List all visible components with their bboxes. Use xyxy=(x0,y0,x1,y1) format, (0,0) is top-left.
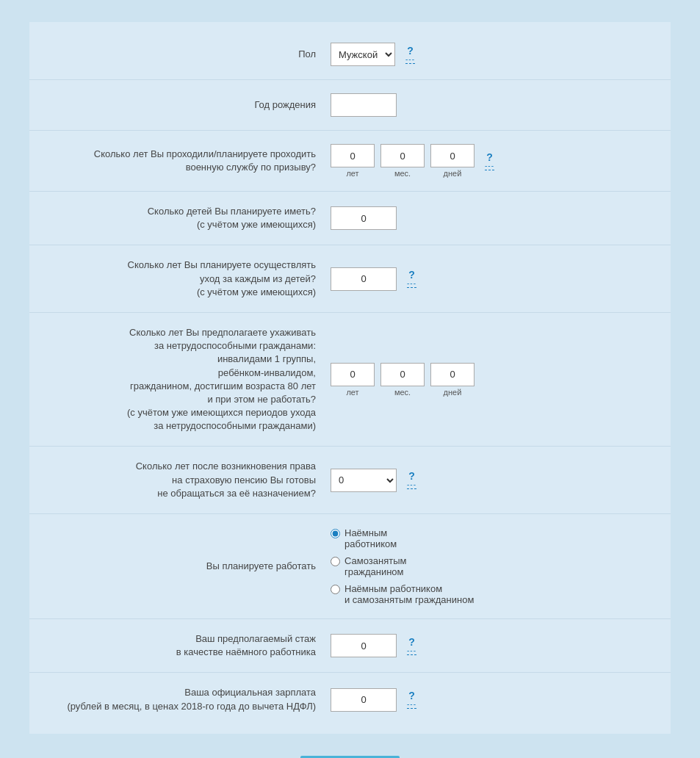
military-months-label: мес. xyxy=(394,169,411,178)
postpone-input-cell: 0 1 2 3 4 5 ? --- xyxy=(331,469,649,492)
stazh-help-dash: --- xyxy=(407,647,416,654)
stazh-input[interactable] xyxy=(331,634,397,657)
postpone-help-link[interactable]: ? --- xyxy=(407,471,416,489)
god-rozhdeniya-input-cell xyxy=(331,93,649,117)
care-input[interactable] xyxy=(331,267,397,291)
pol-help-dash: --- xyxy=(405,56,415,63)
military-days-label: дней xyxy=(444,169,462,178)
disabled-months-input[interactable] xyxy=(380,363,425,386)
disabled-input-cell: лет мес. дней xyxy=(331,363,649,397)
postpone-select[interactable]: 0 1 2 3 4 5 xyxy=(331,469,397,492)
work-type-both-text: Наёмным работникоми самозанятым граждани… xyxy=(344,583,474,605)
children-label: Сколько детей Вы планируете иметь?(с учё… xyxy=(51,205,331,231)
children-input[interactable] xyxy=(331,206,397,230)
military-input-cell: лет мес. дней ? --- xyxy=(331,144,649,178)
disabled-months-group: мес. xyxy=(380,363,425,397)
salary-help-q: ? xyxy=(408,690,415,701)
care-row: Сколько лет Вы планируете осуществлятьух… xyxy=(29,245,671,313)
care-input-cell: ? --- xyxy=(331,267,649,291)
work-type-label: Вы планируете работать xyxy=(51,560,331,573)
pol-select[interactable]: Мужской Женский xyxy=(331,43,395,66)
military-months-group: мес. xyxy=(380,144,425,178)
work-type-hired-text: Наёмнымработником xyxy=(344,527,397,549)
stazh-help-link[interactable]: ? --- xyxy=(407,637,416,655)
work-type-self-label[interactable]: Самозанятымгражданином xyxy=(331,555,474,577)
salary-input[interactable] xyxy=(331,688,397,712)
disabled-days-group: дней xyxy=(430,363,475,397)
pol-help-link[interactable]: ? --- xyxy=(405,46,415,64)
military-days-input[interactable] xyxy=(430,144,475,167)
care-help-q: ? xyxy=(408,270,415,280)
care-label: Сколько лет Вы планируете осуществлятьух… xyxy=(51,259,331,299)
stazh-help-q: ? xyxy=(408,637,415,647)
work-type-self-text: Самозанятымгражданином xyxy=(344,555,406,577)
work-type-hired-label[interactable]: Наёмнымработником xyxy=(331,527,474,549)
disabled-months-label: мес. xyxy=(394,388,411,397)
salary-row: Ваша официальная зарплата(рублей в месяц… xyxy=(29,673,671,726)
postpone-label: Сколько лет после возникновения правана … xyxy=(51,460,331,500)
work-type-row: Вы планируете работать Наёмнымработником… xyxy=(29,514,671,619)
work-type-both-radio[interactable] xyxy=(331,585,340,594)
disabled-row: Сколько лет Вы предполагаете ухаживатьза… xyxy=(29,313,671,447)
stazh-input-cell: ? --- xyxy=(331,634,649,657)
salary-label: Ваша официальная зарплата(рублей в месяц… xyxy=(51,686,331,712)
god-rozhdeniya-input[interactable] xyxy=(331,93,397,117)
disabled-years-label: лет xyxy=(346,388,358,397)
military-years-group: лет xyxy=(331,144,375,178)
postpone-row: Сколько лет после возникновения правана … xyxy=(29,447,671,514)
salary-input-cell: ? --- xyxy=(331,688,649,712)
work-type-both-label[interactable]: Наёмным работникоми самозанятым граждани… xyxy=(331,583,474,605)
calculate-row: Рассчитать xyxy=(0,741,700,758)
military-help-link[interactable]: ? --- xyxy=(485,152,494,170)
disabled-years-group: лет xyxy=(331,363,375,397)
military-years-label: лет xyxy=(346,169,358,178)
work-type-input-cell: Наёмнымработником Самозанятымгражданином… xyxy=(331,527,649,605)
care-help-dash: --- xyxy=(407,280,416,287)
work-type-radio-group: Наёмнымработником Самозанятымгражданином… xyxy=(331,527,474,605)
pol-help-q: ? xyxy=(407,46,414,56)
military-row: Сколько лет Вы проходили/планируете прох… xyxy=(29,131,671,192)
children-input-cell xyxy=(331,206,649,230)
postpone-help-q: ? xyxy=(408,471,415,481)
work-type-hired-radio[interactable] xyxy=(331,529,340,538)
work-type-self-radio[interactable] xyxy=(331,557,340,566)
postpone-help-dash: --- xyxy=(407,481,416,488)
disabled-label: Сколько лет Вы предполагаете ухаживатьза… xyxy=(51,326,331,433)
pol-label: Пол xyxy=(51,48,331,61)
military-days-group: дней xyxy=(430,144,475,178)
stazh-row: Ваш предполагаемый стажв качестве наёмно… xyxy=(29,619,671,673)
god-rozhdeniya-row: Год рождения xyxy=(29,80,671,131)
care-help-link[interactable]: ? --- xyxy=(407,270,416,288)
pol-input-cell: Мужской Женский ? --- xyxy=(331,43,649,66)
disabled-days-input[interactable] xyxy=(430,363,475,386)
salary-help-link[interactable]: ? --- xyxy=(407,690,416,709)
disabled-years-input[interactable] xyxy=(331,363,375,386)
disabled-days-label: дней xyxy=(444,388,462,397)
god-rozhdeniya-label: Год рождения xyxy=(51,98,331,112)
military-years-input[interactable] xyxy=(331,144,375,167)
pol-row: Пол Мужской Женский ? --- xyxy=(29,29,671,80)
military-help-dash: --- xyxy=(485,162,494,170)
military-help-q: ? xyxy=(486,152,493,162)
stazh-label: Ваш предполагаемый стажв качестве наёмно… xyxy=(51,632,331,659)
salary-help-dash: --- xyxy=(407,701,416,708)
children-row: Сколько детей Вы планируете иметь?(с учё… xyxy=(29,192,671,245)
military-label: Сколько лет Вы проходили/планируете прох… xyxy=(51,148,331,174)
military-months-input[interactable] xyxy=(380,144,425,167)
